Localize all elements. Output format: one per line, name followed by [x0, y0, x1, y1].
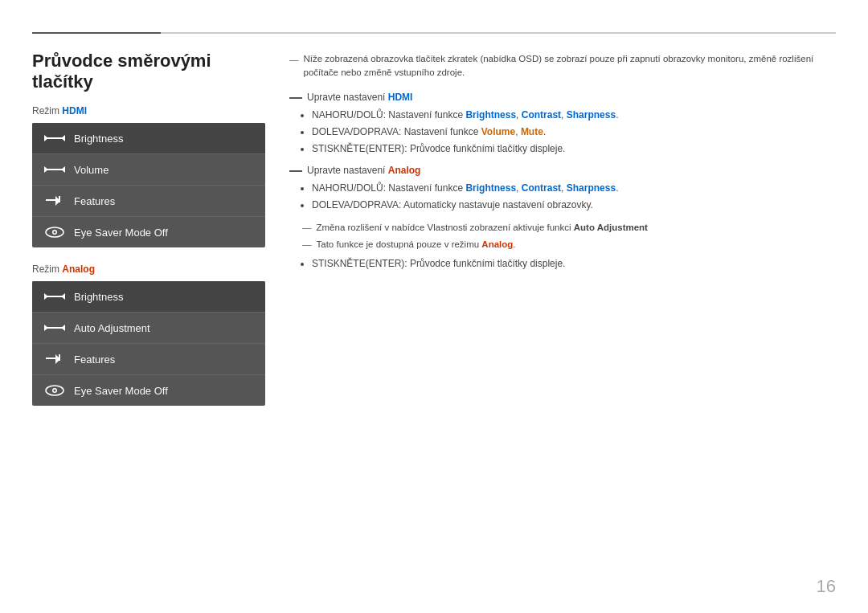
hdmi-mode-value: HDMI: [62, 105, 87, 116]
svg-marker-14: [61, 293, 65, 300]
analog-section-mode: Analog: [388, 165, 421, 176]
analog-features-label: Features: [74, 353, 115, 366]
eye-icon-eyesaver: [43, 225, 66, 239]
analog-menu-item-autoadjust[interactable]: Auto Adjustment: [32, 313, 265, 344]
hdmi-section-title: Upravte nastavení HDMI: [307, 92, 412, 103]
sub-note-dash-2: —: [302, 238, 312, 251]
lr-icon-brightness: [43, 131, 66, 145]
svg-point-11: [54, 231, 56, 234]
top-line-light: [161, 32, 836, 34]
hdmi-eyesaver-label: Eye Saver Mode Off: [74, 227, 168, 239]
auto-adjustment-highlight: Auto Adjustment: [574, 223, 648, 232]
hdmi-section-dash: [289, 97, 302, 99]
lr-icon-volume: [43, 162, 66, 177]
hdmi-menu-item-volume[interactable]: Volume: [32, 154, 265, 186]
analog-menu-item-eyesaver[interactable]: Eye Saver Mode Off: [32, 375, 265, 406]
right-column: — Níže zobrazená obrazovka tlačítek zkra…: [289, 44, 836, 581]
sub-note-text-1: Změna rozlišení v nabídce Vlastnosti zob…: [317, 221, 648, 235]
hdmi-bullet-2: DOLEVA/DOPRAVA: Nastavení funkce Volume,…: [312, 125, 836, 140]
top-note-text: Níže zobrazená obrazovka tlačítek zkrate…: [304, 52, 837, 80]
volume-highlight: Volume: [481, 126, 515, 137]
hdmi-section-header: Upravte nastavení HDMI: [289, 92, 836, 103]
analog-autoadjust-label: Auto Adjustment: [74, 322, 150, 334]
brightness-highlight-analog: Brightness: [465, 182, 516, 194]
contrast-highlight-analog: Contrast: [522, 182, 561, 194]
top-note-block: — Níže zobrazená obrazovka tlačítek zkra…: [289, 52, 836, 80]
analog-menu-item-features[interactable]: Features: [32, 344, 265, 375]
hdmi-menu-item-brightness[interactable]: Brightness: [32, 123, 265, 154]
analog-bullet-2: DOLEVA/DOPRAVA: Automaticky nastavuje na…: [312, 198, 836, 213]
analog-mode-label: Režim Analog: [32, 264, 265, 275]
svg-rect-20: [59, 354, 60, 361]
hdmi-features-label: Features: [74, 195, 115, 207]
analog-menu-item-brightness[interactable]: Brightness: [32, 281, 265, 313]
analog-eyesaver-label: Eye Saver Mode Off: [74, 385, 168, 397]
analog-highlight: Analog: [481, 239, 513, 249]
left-column: Průvodce směrovými tlačítky Režim HDMI B…: [32, 44, 265, 581]
sharpness-highlight-analog: Sharpness: [567, 182, 616, 194]
enter-icon-features-analog: [43, 352, 66, 366]
enter-icon-features: [43, 194, 66, 208]
hdmi-mode-prefix: Režim: [32, 105, 62, 116]
sub-note-analog: — Tato funkce je dostupná pouze v režimu…: [302, 238, 836, 251]
hdmi-menu-box: Brightness Volume: [32, 123, 265, 247]
analog-section-dash: [289, 170, 302, 172]
hdmi-volume-label: Volume: [74, 164, 108, 176]
page-content: Průvodce směrovými tlačítky Režim HDMI B…: [32, 44, 836, 581]
hdmi-bullet-list: NAHORU/DOLŮ: Nastavení funkce Brightness…: [289, 108, 836, 157]
analog-mode-prefix: Režim: [32, 264, 62, 275]
top-line-dark: [32, 32, 161, 34]
svg-marker-2: [61, 135, 65, 141]
hdmi-brightness-label: Brightness: [74, 133, 123, 145]
svg-rect-8: [59, 196, 60, 202]
analog-brightness-label: Brightness: [74, 291, 123, 303]
svg-marker-5: [61, 166, 65, 173]
sub-note-text-2: Tato funkce je dostupná pouze v režimu A…: [317, 238, 516, 251]
page-title: Průvodce směrovými tlačítky: [32, 51, 265, 92]
hdmi-menu-item-eyesaver[interactable]: Eye Saver Mode Off: [32, 217, 265, 247]
sharpness-highlight: Sharpness: [567, 109, 616, 121]
analog-last-bullet-list: STISKNĚTE(ENTER): Průvodce funkčními tla…: [289, 256, 836, 272]
lr-icon-brightness-analog: [43, 289, 66, 304]
analog-section-title: Upravte nastavení Analog: [307, 165, 420, 176]
top-line: [32, 32, 836, 34]
hdmi-bullet-1: NAHORU/DOLŮ: Nastavení funkce Brightness…: [312, 108, 836, 123]
analog-mode-value: Analog: [62, 264, 95, 275]
eye-icon-eyesaver-analog: [43, 383, 66, 398]
mute-highlight: Mute: [521, 126, 543, 137]
hdmi-menu-item-features[interactable]: Features: [32, 186, 265, 217]
analog-bullet-list: NAHORU/DOLŮ: Nastavení funkce Brightness…: [289, 181, 836, 213]
brightness-highlight: Brightness: [465, 109, 516, 121]
hdmi-mode-label: Režim HDMI: [32, 105, 265, 116]
analog-bullet-1: NAHORU/DOLŮ: Nastavení funkce Brightness…: [312, 181, 836, 196]
contrast-highlight: Contrast: [522, 109, 561, 121]
svg-marker-17: [61, 325, 65, 331]
analog-menu-box: Brightness Auto Adjustment: [32, 281, 265, 406]
page-number: 16: [817, 576, 836, 597]
hdmi-section-mode: HDMI: [388, 92, 413, 103]
sub-note-dash-1: —: [302, 221, 312, 235]
analog-section-header: Upravte nastavení Analog: [289, 165, 836, 176]
svg-point-23: [54, 390, 56, 392]
sub-note-autoadjust: — Změna rozlišení v nabídce Vlastnosti z…: [302, 221, 836, 235]
hdmi-bullet-3: STISKNĚTE(ENTER): Průvodce funkčními tla…: [312, 141, 836, 157]
lr-icon-autoadjust: [43, 321, 66, 335]
analog-bullet-last: STISKNĚTE(ENTER): Průvodce funkčními tla…: [312, 256, 836, 272]
top-note-dash: —: [289, 53, 299, 80]
